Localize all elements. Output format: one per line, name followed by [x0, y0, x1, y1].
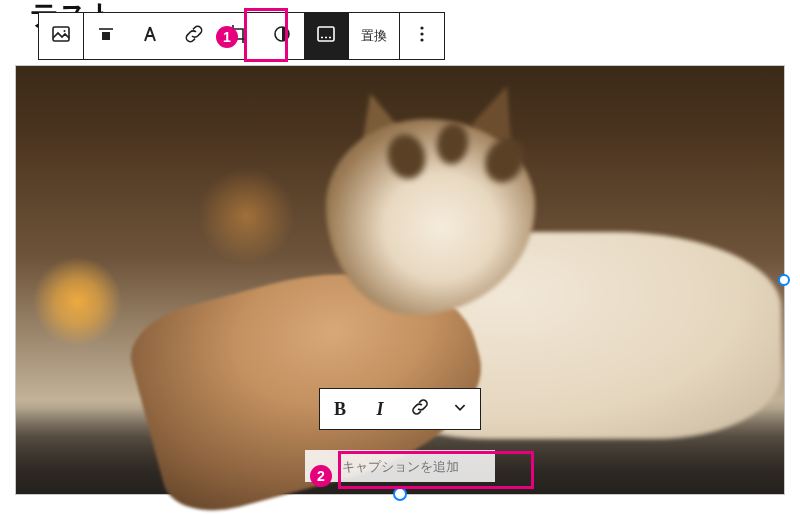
- svg-point-8: [420, 32, 423, 35]
- inline-more-button[interactable]: [440, 389, 480, 429]
- block-inserter-handle[interactable]: [393, 487, 407, 501]
- toolbar-group-type: [39, 13, 84, 59]
- align-icon: [94, 22, 118, 50]
- toolbar-group-replace: 置換: [349, 13, 400, 59]
- bold-button[interactable]: B: [320, 389, 360, 429]
- annotation-badge-1: 1: [216, 26, 238, 48]
- link-icon: [409, 396, 431, 422]
- replace-button[interactable]: 置換: [349, 13, 399, 59]
- duotone-button[interactable]: [260, 13, 304, 59]
- caption-input[interactable]: [305, 459, 495, 474]
- svg-rect-0: [53, 27, 69, 41]
- svg-point-1: [64, 30, 66, 32]
- chevron-down-icon: [449, 396, 471, 422]
- svg-point-7: [420, 26, 423, 29]
- svg-rect-3: [102, 32, 110, 40]
- align-button[interactable]: [84, 13, 128, 59]
- annotation-badge-2: 2: [310, 465, 332, 487]
- caption-toggle-icon: [314, 22, 338, 50]
- caption-toggle-button[interactable]: [304, 13, 348, 59]
- block-toolbar: 置換: [38, 12, 445, 60]
- more-icon: [410, 22, 434, 50]
- image-block-icon: [49, 22, 73, 50]
- caption-field[interactable]: [305, 450, 495, 482]
- image-block[interactable]: B I: [15, 65, 785, 495]
- link-icon: [182, 22, 206, 50]
- svg-point-9: [420, 38, 423, 41]
- text-overlay-icon: [138, 22, 162, 50]
- inline-format-toolbar: B I: [319, 388, 481, 430]
- italic-button[interactable]: I: [360, 389, 400, 429]
- resize-handle-right[interactable]: [778, 274, 790, 286]
- link-button[interactable]: [172, 13, 216, 59]
- text-overlay-button[interactable]: [128, 13, 172, 59]
- more-options-button[interactable]: [400, 13, 444, 59]
- block-type-button[interactable]: [39, 13, 83, 59]
- toolbar-group-more: [400, 13, 444, 59]
- inline-link-button[interactable]: [400, 389, 440, 429]
- duotone-icon: [270, 22, 294, 50]
- svg-rect-5: [318, 27, 334, 41]
